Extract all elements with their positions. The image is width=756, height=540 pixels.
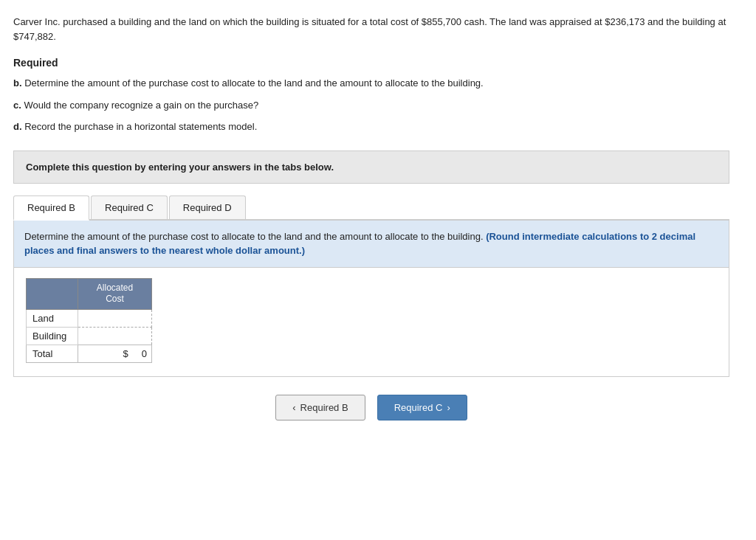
part-d-letter: d. bbox=[13, 121, 22, 132]
complete-box-text: Complete this question by entering your … bbox=[26, 162, 334, 173]
part-b-letter: b. bbox=[13, 77, 22, 89]
part-c-letter: c. bbox=[13, 100, 21, 111]
tab-required-c[interactable]: Required C bbox=[91, 195, 168, 219]
land-input-cell[interactable] bbox=[78, 309, 152, 327]
prev-arrow-icon: ‹ bbox=[292, 402, 295, 413]
tab-content: Determine the amount of the purchase cos… bbox=[13, 221, 729, 377]
tab-required-c-label: Required C bbox=[105, 202, 154, 213]
table-row-total: Total $ 0 bbox=[27, 345, 152, 362]
nav-buttons: ‹ Required B Required C › bbox=[13, 395, 729, 420]
instruction-box: Determine the amount of the purchase cos… bbox=[14, 221, 729, 268]
total-prefix: $ bbox=[123, 348, 128, 359]
part-b: b. Determine the amount of the purchase … bbox=[13, 76, 743, 91]
part-d-text: Record the purchase in a horizontal stat… bbox=[24, 121, 257, 132]
total-label: Total bbox=[27, 345, 78, 362]
building-label: Building bbox=[27, 327, 78, 345]
tabs-container: Required B Required C Required D bbox=[13, 195, 729, 221]
building-input[interactable] bbox=[81, 330, 140, 342]
total-value-cell: $ 0 bbox=[78, 345, 152, 362]
problem-text: Carver Inc. purchased a building and the… bbox=[13, 15, 737, 44]
part-c-text: Would the company recognize a gain on th… bbox=[24, 100, 258, 111]
tab-required-d-label: Required D bbox=[183, 202, 232, 213]
part-b-text: Determine the amount of the purchase cos… bbox=[24, 77, 484, 89]
tab-required-d[interactable]: Required D bbox=[169, 195, 246, 219]
table-area: Allocated Cost Land Building Tot bbox=[14, 268, 729, 376]
part-d: d. Record the purchase in a horizontal s… bbox=[13, 120, 743, 134]
tab-required-b-label: Required B bbox=[27, 202, 75, 213]
land-input[interactable] bbox=[81, 313, 140, 324]
prev-button[interactable]: ‹ Required B bbox=[275, 395, 365, 420]
table-row-land: Land bbox=[27, 309, 152, 327]
complete-box: Complete this question by entering your … bbox=[13, 150, 729, 184]
allocated-cost-table: Allocated Cost Land Building Tot bbox=[26, 278, 152, 363]
prev-button-label: Required B bbox=[300, 402, 348, 413]
next-button[interactable]: Required C › bbox=[377, 395, 467, 420]
part-c: c. Would the company recognize a gain on… bbox=[13, 98, 743, 113]
col-allocated-cost: Allocated Cost bbox=[78, 278, 152, 309]
total-value: 0 bbox=[142, 348, 147, 359]
tab-required-b[interactable]: Required B bbox=[13, 195, 89, 221]
next-arrow-icon: › bbox=[447, 402, 450, 413]
land-label: Land bbox=[27, 309, 78, 327]
required-heading: Required bbox=[13, 57, 743, 69]
table-row-building: Building bbox=[27, 327, 152, 345]
next-button-label: Required C bbox=[394, 402, 443, 413]
building-input-cell[interactable] bbox=[78, 327, 152, 345]
instruction-text: Determine the amount of the purchase cos… bbox=[24, 231, 484, 242]
